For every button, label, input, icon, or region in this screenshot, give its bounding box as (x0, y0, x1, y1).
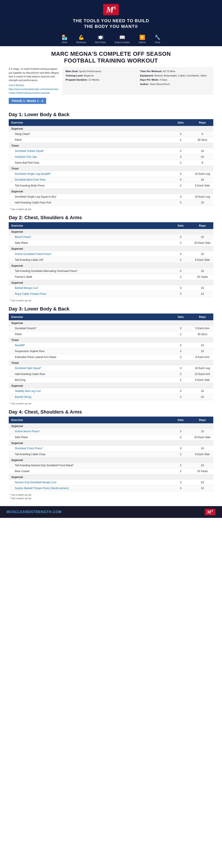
exercise-link[interactable]: Dumbbell Split Squat* (15, 367, 41, 370)
group-2-label: Superset (9, 246, 213, 251)
nav-workouts-label: Workouts (76, 41, 86, 43)
exercise-sets: 2 (170, 354, 191, 360)
day-4-footnote: * Use a warm up set. (9, 493, 213, 496)
table-row: Supine Barbell Triceps Press (Skullcrush… (9, 486, 213, 491)
exercise-sets: 3 (170, 479, 191, 486)
table-row: Tall Kneeling Belly Press28 Each Side (9, 183, 213, 189)
workouts-icon: 💪 (78, 35, 84, 40)
exercise-link[interactable]: Incline Dumbbell Chest Press* (15, 252, 51, 255)
exercise-sets: 3 (170, 171, 191, 177)
exercise-link[interactable]: Barbell Biceps Curl (15, 286, 38, 289)
intro-section: A 4 stage, 12 week football training pro… (9, 67, 213, 95)
tools-icon: 🔧 (154, 35, 160, 40)
navigation-bar: 🏪 Store 💪 Workouts 🍽️ Diet Plans 📖 Exper… (0, 32, 222, 46)
page-title: MARC MEGNA'S COMPLETE OFF SEASON FOOTBAL… (9, 51, 213, 64)
exercise-sets: 3 (170, 348, 191, 354)
day-3-table: Exercise Sets Reps SupersetDumbbell Snat… (9, 313, 213, 400)
table-row: Deadlift*310 (9, 342, 213, 348)
exercise-reps: 10 (191, 348, 213, 354)
day-1-footnote: * Use a warm up set. (9, 207, 213, 211)
guides-icon: 📖 (119, 35, 125, 40)
nav-store-label: Store (62, 41, 68, 43)
day-1-header: Day 1: Lower Body & Back (9, 112, 213, 118)
exercise-sets: 3 (170, 148, 191, 154)
table-row: Dumbbell Single Leg Deadlift*310 Each Le… (9, 171, 213, 177)
exercise-reps: 10 Each Leg (191, 171, 213, 177)
exercise-reps: 20 Each Side (191, 434, 213, 440)
exercise-name: Barbell Biceps Curl (9, 285, 170, 291)
exercise-link[interactable]: Supine Barbell Triceps Press (Skullcrush… (15, 487, 69, 490)
exercise-name: Incline Dumbbell Chest Press* (9, 251, 170, 257)
nav-diet-plans[interactable]: 🍽️ Diet Plans (95, 35, 106, 43)
exercise-link[interactable]: Dumbbell Single Leg Deadlift* (15, 172, 51, 176)
col-reps: Reps (191, 313, 213, 320)
header-tagline-line1: THE TOOLS YOU NEED TO BUILD (4, 18, 218, 24)
exercise-name: Dumbbell Single Leg Squat to Box (9, 194, 170, 200)
nav-expert-guides[interactable]: 📖 Expert Guides (115, 35, 130, 43)
exercise-link[interactable]: Bench Press* (15, 236, 31, 239)
exercise-sets: 3 (170, 154, 191, 160)
exercise-reps: 10 (191, 177, 213, 183)
exercise-name: Dumbbell Goblet Squat* (9, 148, 170, 154)
exercise-link[interactable]: Dumbbell Bent Over Row (15, 178, 45, 181)
day-2-footnote: * Use a warm up set. (9, 298, 213, 302)
table-row: Side Plank220 Each Side (9, 434, 213, 440)
nav-videos[interactable]: ▶️ Videos (139, 35, 146, 43)
nav-tools[interactable]: 🔧 Tools (154, 35, 160, 43)
exercise-link[interactable]: Incline Bench Press* (15, 430, 40, 433)
exercise-sets: 3 (170, 131, 191, 137)
nav-workouts[interactable]: 💪 Workouts (76, 35, 86, 43)
exercise-sets: 3 (170, 371, 191, 377)
intro-info-box: Main Goal: Sports Performance Time Per W… (63, 67, 213, 95)
group-1-label: Superset (9, 126, 213, 131)
exercise-name: Half Kneeling Cable Row (9, 371, 170, 377)
exercise-reps: 10 (191, 388, 213, 394)
table-row: Tall Kneeling Neutral Grip Dumbbell Fron… (9, 463, 213, 468)
exercise-reps: 20 Yards (191, 274, 213, 280)
exercise-reps: 20 Yards (191, 468, 213, 474)
exercise-name: Assisted Chin Ups (9, 154, 170, 160)
col-reps: Reps (191, 416, 213, 423)
exercise-name: Deadlift* (9, 342, 170, 348)
table-row: Plank230 Secs (9, 331, 213, 337)
exercise-name: Dumbbell Split Squat* (9, 365, 170, 371)
table-row: Rope Cable Triceps Press310 (9, 291, 213, 297)
exercise-name: Half Kneeling Cable Face Pull (9, 200, 170, 206)
exercise-name: Bear Crawls (9, 468, 170, 474)
exercise-reps: 10 (191, 200, 213, 206)
exercise-link[interactable]: Neutral Grip Dumbbell Biceps Curl (15, 481, 57, 484)
exercise-sets: 3 (170, 463, 191, 468)
exercise-name: Swiss Ball Roll Outs (9, 160, 170, 166)
site-header: MS THE TOOLS YOU NEED TO BUILD THE BODY … (0, 0, 222, 32)
col-exercise: Exercise (9, 119, 170, 126)
exercise-sets: 3 (170, 326, 191, 331)
main-content: MARC MEGNA'S COMPLETE OFF SEASON FOOTBAL… (0, 46, 222, 506)
site-logo[interactable]: MS (103, 4, 119, 17)
exercise-sets: 3 (170, 291, 191, 297)
table-row: Farmer's Walk220 Yards (9, 274, 213, 280)
exercise-link[interactable]: Barbell Shrug (15, 396, 31, 399)
exercise-link[interactable]: Stability Ball Leg Curl (15, 390, 41, 393)
day-4-header: Day 4: Chest, Shoulders & Arms (9, 409, 213, 415)
workout-link[interactable]: Link to Workout: https://www.muscleandst… (9, 84, 59, 94)
exercise-link[interactable]: Dumbbell Chest Press* (15, 447, 43, 450)
exercise-reps: 10 (191, 285, 213, 291)
exercise-link[interactable]: Dumbbell Goblet Squat* (15, 150, 44, 153)
group-1-label: Superset (9, 320, 213, 326)
table-row: Stability Ball Leg Curl310 (9, 388, 213, 394)
days-container: Day 1: Lower Body & Back Exercise Sets R… (9, 112, 213, 496)
exercise-link[interactable]: Assisted Chin Ups (15, 155, 37, 158)
day-4-table: Exercise Sets Reps SupersetIncline Bench… (9, 416, 213, 491)
nav-videos-label: Videos (139, 41, 146, 43)
nav-store[interactable]: 🏪 Store (62, 35, 68, 43)
exercise-sets: 2 (170, 183, 191, 189)
exercise-sets: 2 (170, 468, 191, 474)
diet-icon: 🍽️ (98, 35, 103, 40)
exercise-name: Supine Barbell Triceps Press (Skullcrush… (9, 486, 170, 491)
table-row: Incline Dumbbell Chest Press*310 (9, 251, 213, 257)
exercise-reps: 10 (191, 154, 213, 160)
exercise-link[interactable]: Rope Cable Triceps Press (15, 292, 46, 296)
table-row: Swiss Ball Roll Outs28 (9, 160, 213, 166)
exercise-sets: 3 (170, 234, 191, 240)
exercise-link[interactable]: Deadlift* (15, 344, 25, 347)
